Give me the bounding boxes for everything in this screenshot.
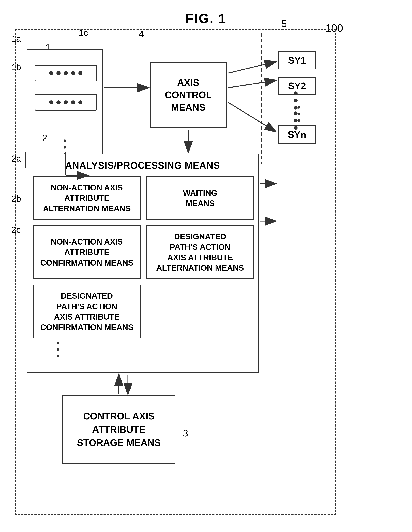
dot xyxy=(71,71,75,75)
sy1-box: SY1 xyxy=(278,51,316,69)
v-dot xyxy=(64,146,66,149)
drive-slot-bottom xyxy=(35,94,97,111)
dot-row-top xyxy=(49,71,82,75)
sub-box-designated-confirmation: DESIGNATED PATH'S ACTION AXIS ATTRIBUTE … xyxy=(33,285,141,338)
page-title: FIG. 1 xyxy=(0,0,412,26)
label-4: 4 xyxy=(139,28,144,39)
component-3-storage: CONTROL AXIS ATTRIBUTE STORAGE MEANS xyxy=(62,395,175,464)
sub-box-dots-left xyxy=(57,342,59,357)
sy-dot xyxy=(297,119,300,122)
component-4-axis-control: AXIS CONTROL MEANS xyxy=(150,62,227,128)
dot xyxy=(64,71,68,75)
dot xyxy=(64,100,68,104)
v-dot xyxy=(64,139,66,142)
sub-dot xyxy=(57,348,59,351)
label-2b: 2b xyxy=(11,194,21,204)
label-1b: 1b xyxy=(11,62,21,72)
sub-boxes-grid: NON-ACTION AXIS ATTRIBUTE ALTERNATION ME… xyxy=(33,176,254,338)
sy2-box: SY2 xyxy=(278,77,316,95)
label-3: 3 xyxy=(183,428,188,439)
dot xyxy=(71,100,75,104)
sub-box-nonaction-confirmation: NON-ACTION AXIS ATTRIBUTE CONFIRMATION M… xyxy=(33,225,141,279)
dot xyxy=(78,71,82,75)
dot xyxy=(78,100,82,104)
label-1c: 1c xyxy=(79,28,88,38)
sy-dots xyxy=(278,102,320,125)
dot xyxy=(49,100,53,104)
sub-dot xyxy=(57,355,59,357)
sy-dot xyxy=(297,106,300,109)
sub-dot xyxy=(57,342,59,344)
sub-box-nonaction-alternation: NON-ACTION AXIS ATTRIBUTE ALTERNATION ME… xyxy=(33,176,141,220)
label-2c: 2c xyxy=(11,225,21,235)
component-2-analysis: ANALYSIS/PROCESSING MEANS NON-ACTION AXI… xyxy=(27,153,259,373)
dot-row-bottom xyxy=(49,100,82,104)
dot xyxy=(57,71,60,75)
sub-box-designated-alternation: DESIGNATED PATH'S ACTION AXIS ATTRIBUTE … xyxy=(146,225,254,279)
dot xyxy=(57,100,60,104)
component-2-title: ANALYSIS/PROCESSING MEANS xyxy=(28,154,258,174)
sub-box-waiting: WAITING MEANS xyxy=(146,176,254,220)
axis-control-label: AXIS CONTROL MEANS xyxy=(165,76,212,114)
label-1a: 1a xyxy=(11,34,21,44)
label-5: 5 xyxy=(281,18,287,29)
component-5-sy-group: SY1 SY2 SYn xyxy=(278,51,320,144)
sy-dot xyxy=(297,113,300,115)
drive-slot-top xyxy=(35,65,97,81)
label-2a: 2a xyxy=(11,153,21,163)
syn-box: SYn xyxy=(278,125,316,144)
label-2: 2 xyxy=(42,133,47,143)
dot xyxy=(49,71,53,75)
